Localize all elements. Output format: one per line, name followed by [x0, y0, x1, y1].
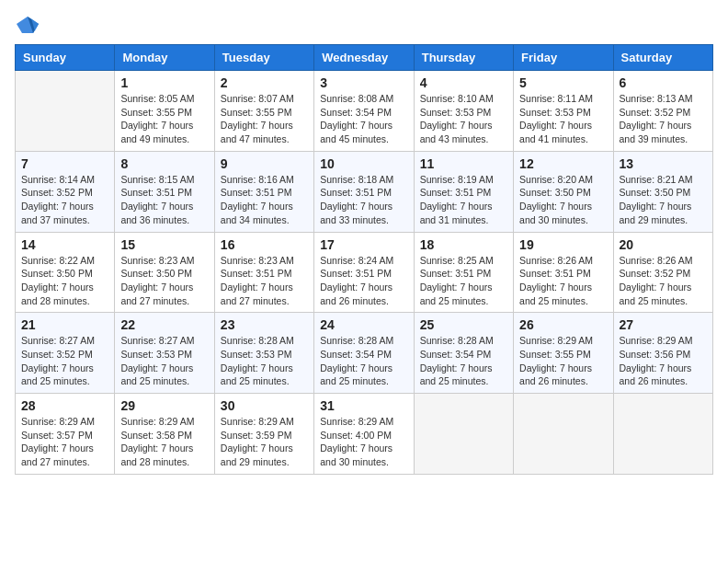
day-info: Sunrise: 8:25 AMSunset: 3:51 PMDaylight:…	[420, 254, 507, 308]
day-number: 28	[21, 398, 108, 413]
day-number: 27	[620, 317, 707, 332]
day-number: 29	[120, 398, 208, 413]
day-info: Sunrise: 8:23 AMSunset: 3:51 PMDaylight:…	[221, 254, 308, 308]
calendar-cell: 10Sunrise: 8:18 AMSunset: 3:51 PMDayligh…	[314, 151, 414, 232]
day-info: Sunrise: 8:16 AMSunset: 3:51 PMDaylight:…	[221, 173, 308, 227]
day-info: Sunrise: 8:23 AMSunset: 3:50 PMDaylight:…	[120, 254, 208, 308]
day-info: Sunrise: 8:18 AMSunset: 3:51 PMDaylight:…	[320, 173, 407, 227]
day-info: Sunrise: 8:11 AMSunset: 3:53 PMDaylight:…	[519, 92, 607, 146]
calendar-cell: 9Sunrise: 8:16 AMSunset: 3:51 PMDaylight…	[214, 151, 313, 232]
day-number: 16	[221, 237, 308, 252]
calendar-cell: 5Sunrise: 8:11 AMSunset: 3:53 PMDaylight…	[514, 71, 613, 152]
calendar-cell	[414, 394, 513, 475]
calendar-cell: 23Sunrise: 8:28 AMSunset: 3:53 PMDayligh…	[214, 313, 313, 394]
weekday-header-sunday: Sunday	[16, 45, 115, 71]
day-info: Sunrise: 8:29 AMSunset: 3:57 PMDaylight:…	[21, 415, 108, 469]
calendar-cell: 30Sunrise: 8:29 AMSunset: 3:59 PMDayligh…	[214, 394, 313, 475]
calendar-cell: 25Sunrise: 8:28 AMSunset: 3:54 PMDayligh…	[414, 313, 513, 394]
day-number: 26	[519, 317, 607, 332]
day-number: 4	[420, 75, 507, 90]
calendar-cell: 12Sunrise: 8:20 AMSunset: 3:50 PMDayligh…	[514, 151, 613, 232]
day-info: Sunrise: 8:13 AMSunset: 3:52 PMDaylight:…	[620, 92, 707, 146]
calendar-cell: 15Sunrise: 8:23 AMSunset: 3:50 PMDayligh…	[115, 232, 214, 313]
day-info: Sunrise: 8:20 AMSunset: 3:50 PMDaylight:…	[519, 173, 607, 227]
day-info: Sunrise: 8:22 AMSunset: 3:50 PMDaylight:…	[21, 254, 108, 308]
day-info: Sunrise: 8:21 AMSunset: 3:50 PMDaylight:…	[620, 173, 707, 227]
day-number: 31	[320, 398, 407, 413]
day-info: Sunrise: 8:29 AMSunset: 3:55 PMDaylight:…	[519, 334, 607, 388]
day-number: 12	[519, 156, 607, 171]
day-info: Sunrise: 8:26 AMSunset: 3:51 PMDaylight:…	[519, 254, 607, 308]
day-info: Sunrise: 8:07 AMSunset: 3:55 PMDaylight:…	[221, 92, 308, 146]
day-info: Sunrise: 8:14 AMSunset: 3:52 PMDaylight:…	[21, 173, 108, 227]
calendar-cell: 26Sunrise: 8:29 AMSunset: 3:55 PMDayligh…	[514, 313, 613, 394]
day-info: Sunrise: 8:27 AMSunset: 3:52 PMDaylight:…	[21, 334, 108, 388]
day-info: Sunrise: 8:28 AMSunset: 3:54 PMDaylight:…	[320, 334, 407, 388]
calendar-cell: 2Sunrise: 8:07 AMSunset: 3:55 PMDaylight…	[214, 71, 313, 152]
day-number: 14	[21, 237, 108, 252]
day-number: 6	[620, 75, 707, 90]
day-number: 10	[320, 156, 407, 171]
calendar-table: SundayMondayTuesdayWednesdayThursdayFrid…	[15, 44, 713, 475]
day-info: Sunrise: 8:05 AMSunset: 3:55 PMDaylight:…	[120, 92, 208, 146]
day-number: 30	[221, 398, 308, 413]
day-number: 1	[120, 75, 208, 90]
day-info: Sunrise: 8:29 AMSunset: 3:59 PMDaylight:…	[221, 415, 308, 469]
calendar-cell: 8Sunrise: 8:15 AMSunset: 3:51 PMDaylight…	[115, 151, 214, 232]
calendar-header: SundayMondayTuesdayWednesdayThursdayFrid…	[16, 45, 713, 71]
weekday-header-friday: Friday	[514, 45, 613, 71]
calendar-cell: 29Sunrise: 8:29 AMSunset: 3:58 PMDayligh…	[115, 394, 214, 475]
day-info: Sunrise: 8:19 AMSunset: 3:51 PMDaylight:…	[420, 173, 507, 227]
page-header	[15, 15, 713, 35]
calendar-week-3: 14Sunrise: 8:22 AMSunset: 3:50 PMDayligh…	[16, 232, 713, 313]
calendar-cell: 22Sunrise: 8:27 AMSunset: 3:53 PMDayligh…	[115, 313, 214, 394]
weekday-header-monday: Monday	[115, 45, 214, 71]
calendar-cell: 31Sunrise: 8:29 AMSunset: 4:00 PMDayligh…	[314, 394, 414, 475]
day-number: 3	[320, 75, 407, 90]
calendar-cell: 11Sunrise: 8:19 AMSunset: 3:51 PMDayligh…	[414, 151, 513, 232]
day-info: Sunrise: 8:28 AMSunset: 3:53 PMDaylight:…	[221, 334, 308, 388]
day-info: Sunrise: 8:28 AMSunset: 3:54 PMDaylight:…	[420, 334, 507, 388]
day-number: 5	[519, 75, 607, 90]
calendar-cell: 7Sunrise: 8:14 AMSunset: 3:52 PMDaylight…	[16, 151, 115, 232]
calendar-cell: 24Sunrise: 8:28 AMSunset: 3:54 PMDayligh…	[314, 313, 414, 394]
day-number: 13	[620, 156, 707, 171]
day-number: 21	[21, 317, 108, 332]
day-info: Sunrise: 8:24 AMSunset: 3:51 PMDaylight:…	[320, 254, 407, 308]
day-info: Sunrise: 8:26 AMSunset: 3:52 PMDaylight:…	[620, 254, 707, 308]
day-number: 19	[519, 237, 607, 252]
calendar-week-4: 21Sunrise: 8:27 AMSunset: 3:52 PMDayligh…	[16, 313, 713, 394]
day-number: 17	[320, 237, 407, 252]
calendar-cell: 27Sunrise: 8:29 AMSunset: 3:56 PMDayligh…	[613, 313, 712, 394]
day-info: Sunrise: 8:29 AMSunset: 3:58 PMDaylight:…	[120, 415, 208, 469]
calendar-cell: 21Sunrise: 8:27 AMSunset: 3:52 PMDayligh…	[16, 313, 115, 394]
calendar-cell: 6Sunrise: 8:13 AMSunset: 3:52 PMDaylight…	[613, 71, 712, 152]
day-info: Sunrise: 8:08 AMSunset: 3:54 PMDaylight:…	[320, 92, 407, 146]
calendar-week-1: 1Sunrise: 8:05 AMSunset: 3:55 PMDaylight…	[16, 71, 713, 152]
weekday-header-thursday: Thursday	[414, 45, 513, 71]
day-number: 11	[420, 156, 507, 171]
day-number: 15	[120, 237, 208, 252]
calendar-cell: 14Sunrise: 8:22 AMSunset: 3:50 PMDayligh…	[16, 232, 115, 313]
calendar-cell: 1Sunrise: 8:05 AMSunset: 3:55 PMDaylight…	[115, 71, 214, 152]
calendar-cell: 28Sunrise: 8:29 AMSunset: 3:57 PMDayligh…	[16, 394, 115, 475]
logo-icon	[15, 15, 40, 35]
calendar-cell: 13Sunrise: 8:21 AMSunset: 3:50 PMDayligh…	[613, 151, 712, 232]
day-number: 24	[320, 317, 407, 332]
day-info: Sunrise: 8:27 AMSunset: 3:53 PMDaylight:…	[120, 334, 208, 388]
calendar-week-2: 7Sunrise: 8:14 AMSunset: 3:52 PMDaylight…	[16, 151, 713, 232]
day-info: Sunrise: 8:29 AMSunset: 3:56 PMDaylight:…	[620, 334, 707, 388]
day-number: 8	[120, 156, 208, 171]
calendar-cell	[613, 394, 712, 475]
day-info: Sunrise: 8:15 AMSunset: 3:51 PMDaylight:…	[120, 173, 208, 227]
day-number: 18	[420, 237, 507, 252]
day-info: Sunrise: 8:29 AMSunset: 4:00 PMDaylight:…	[320, 415, 407, 469]
day-number: 22	[120, 317, 208, 332]
calendar-cell: 4Sunrise: 8:10 AMSunset: 3:53 PMDaylight…	[414, 71, 513, 152]
calendar-cell: 3Sunrise: 8:08 AMSunset: 3:54 PMDaylight…	[314, 71, 414, 152]
calendar-week-5: 28Sunrise: 8:29 AMSunset: 3:57 PMDayligh…	[16, 394, 713, 475]
weekday-header-tuesday: Tuesday	[214, 45, 313, 71]
day-number: 23	[221, 317, 308, 332]
logo	[15, 15, 44, 35]
calendar-cell: 20Sunrise: 8:26 AMSunset: 3:52 PMDayligh…	[613, 232, 712, 313]
